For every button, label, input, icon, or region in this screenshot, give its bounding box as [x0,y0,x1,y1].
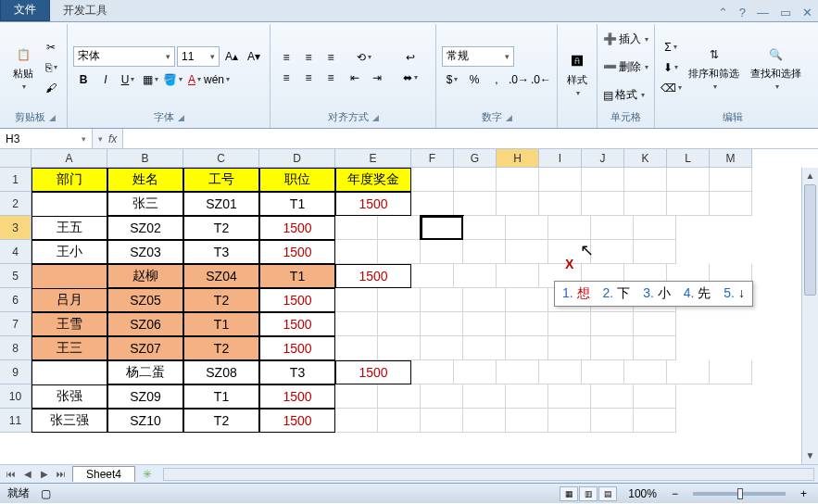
autosum-button[interactable]: Σ▾ [661,38,681,57]
cell-C1[interactable]: 工号 [183,168,259,192]
cell-G10[interactable] [378,384,421,409]
cell-J3[interactable] [506,216,548,240]
view-layout-button[interactable]: ▥ [579,486,598,501]
cell-J6[interactable] [506,288,548,312]
cell-E9[interactable]: 1500 [335,360,411,384]
cell-K7[interactable] [548,312,591,336]
increase-decimal-button[interactable]: .0→ [509,70,529,89]
cell-E11[interactable]: 1500 [259,409,335,433]
cell-G7[interactable] [378,312,421,336]
file-tab[interactable]: 文件 [0,0,50,21]
cell-J8[interactable] [506,336,548,360]
new-sheet-button[interactable]: ✳ [135,468,159,481]
ime-candidates[interactable]: 1. 想2. 下3. 小4. 先5. ↓ [554,281,753,307]
cell-E10[interactable]: 1500 [259,384,335,409]
ime-candidate[interactable]: 3. 小 [643,285,671,302]
cell-C11[interactable]: SZ10 [107,409,183,433]
sheet-next-icon[interactable]: ▶ [37,469,52,479]
cell-G4[interactable] [378,240,421,264]
col-header-G[interactable]: G [454,149,497,168]
percent-button[interactable]: % [464,70,485,89]
row-header-4[interactable]: 4 [0,240,31,264]
cell-L8[interactable] [591,336,634,360]
zoom-slider[interactable] [693,492,786,496]
cell-E5[interactable]: 1500 [335,264,411,288]
row-header-3[interactable]: 3 [0,216,31,240]
number-format-select[interactable]: 常规 [442,46,514,67]
row-header-9[interactable]: 9 [0,360,31,384]
window-close-icon[interactable]: ✕ [797,4,818,21]
cell-K10[interactable] [548,384,591,409]
worksheet-grid[interactable]: ABCDEFGHIJKLM 1234567891011 部门姓名工号职位年度奖金… [0,149,818,464]
cell-K8[interactable] [548,336,591,360]
col-header-D[interactable]: D [259,149,335,168]
cell-E1[interactable]: 年度奖金 [335,168,411,192]
cell-H6[interactable] [421,288,463,312]
align-launcher[interactable]: ◢ [372,113,379,122]
cell-I9[interactable] [539,360,582,384]
col-header-K[interactable]: K [624,149,667,168]
cell-D5[interactable]: T1 [259,264,335,288]
col-header-F[interactable]: F [411,149,454,168]
cell-J9[interactable] [582,360,624,384]
clear-button[interactable]: ⌫▾ [661,79,681,97]
font-size-select[interactable]: 11 [177,46,220,67]
cell-F4[interactable] [335,240,378,264]
cell-F9[interactable] [411,360,454,384]
align-right-button[interactable]: ≡ [321,69,341,87]
font-name-select[interactable]: 宋体 [73,46,175,67]
row-header-11[interactable]: 11 [0,409,31,433]
cell-J11[interactable] [506,409,548,433]
currency-button[interactable]: $▾ [442,70,462,89]
tab-7[interactable]: 开发工具 [50,0,120,21]
zoom-out-button[interactable]: − [668,487,682,500]
grow-font-button[interactable]: A▴ [221,47,242,66]
cell-E8[interactable]: 1500 [259,336,335,360]
align-middle-button[interactable]: ≡ [298,48,319,67]
indent-decrease-button[interactable]: ⇤ [345,69,365,87]
cell-I11[interactable] [463,409,506,433]
format-painter-button[interactable]: 🖌 [41,79,61,97]
cell-F1[interactable] [411,168,454,192]
row-header-7[interactable]: 7 [0,312,31,336]
phonetic-button[interactable]: wén▾ [207,70,227,89]
align-bottom-button[interactable]: ≡ [321,48,341,67]
cell-D11[interactable]: T2 [183,409,259,433]
align-left-button[interactable]: ≡ [276,69,296,87]
col-header-B[interactable]: B [107,149,183,168]
cell-G1[interactable] [454,168,497,192]
cell-D10[interactable]: T1 [183,384,259,409]
view-pagebreak-button[interactable]: ▤ [598,486,617,501]
cell-L10[interactable] [591,384,634,409]
cell-L11[interactable] [591,409,634,433]
col-header-L[interactable]: L [667,149,710,168]
cell-B5[interactable]: 赵柳 [107,264,183,288]
cell-J1[interactable] [582,168,624,192]
cell-B1[interactable]: 姓名 [107,168,183,192]
cell-D4[interactable]: T3 [183,240,259,264]
italic-button[interactable]: I [95,70,116,89]
scroll-up-icon[interactable]: ▲ [802,168,818,184]
cell-C5[interactable]: SZ04 [183,264,259,288]
cell-G6[interactable] [378,288,421,312]
sort-filter-button[interactable]: ⇅ 排序和筛选▾ [685,26,743,108]
row-header-5[interactable]: 5 [0,264,31,288]
cell-M4[interactable] [634,240,676,264]
cell-J7[interactable] [506,312,548,336]
cell-J2[interactable] [582,192,624,216]
cell-D3[interactable]: T2 [183,216,259,240]
sheet-last-icon[interactable]: ⏭ [54,469,69,479]
ribbon-minimize-icon[interactable]: ⌃ [712,4,734,21]
cell-K1[interactable] [624,168,667,192]
orientation-button[interactable]: ⟲▾ [345,48,384,67]
cell-M9[interactable] [710,360,752,384]
cell-K9[interactable] [624,360,667,384]
cell-H7[interactable] [421,312,463,336]
row-header-1[interactable]: 1 [0,168,31,192]
col-header-A[interactable]: A [31,149,107,168]
cell-E4[interactable]: 1500 [259,240,335,264]
cell-H2[interactable] [497,192,539,216]
cell-G5[interactable] [454,264,497,288]
underline-button[interactable]: U▾ [118,70,138,89]
sheet-first-icon[interactable]: ⏮ [4,469,19,479]
